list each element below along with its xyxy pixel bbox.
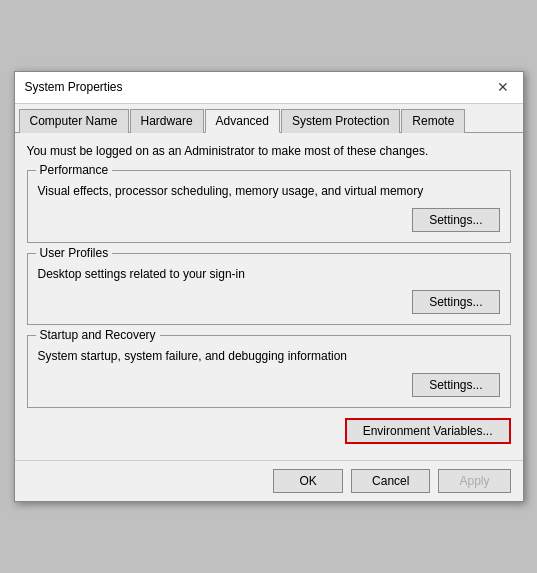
- window-title: System Properties: [25, 80, 123, 94]
- user-profiles-description: Desktop settings related to your sign-in: [38, 266, 500, 283]
- system-properties-window: System Properties ✕ Computer Name Hardwa…: [14, 71, 524, 502]
- tab-remote[interactable]: Remote: [401, 109, 465, 133]
- tab-hardware[interactable]: Hardware: [130, 109, 204, 133]
- performance-group-title: Performance: [36, 163, 113, 177]
- user-profiles-footer: Settings...: [38, 290, 500, 314]
- user-profiles-group: User Profiles Desktop settings related t…: [27, 253, 511, 326]
- performance-footer: Settings...: [38, 208, 500, 232]
- user-profiles-group-title: User Profiles: [36, 246, 113, 260]
- tab-bar: Computer Name Hardware Advanced System P…: [15, 104, 523, 133]
- user-profiles-settings-button[interactable]: Settings...: [412, 290, 499, 314]
- ok-button[interactable]: OK: [273, 469, 343, 493]
- performance-group: Performance Visual effects, processor sc…: [27, 170, 511, 243]
- tab-content: You must be logged on as an Administrato…: [15, 133, 523, 460]
- startup-recovery-settings-button[interactable]: Settings...: [412, 373, 499, 397]
- close-button[interactable]: ✕: [493, 77, 513, 97]
- tab-system-protection[interactable]: System Protection: [281, 109, 400, 133]
- cancel-button[interactable]: Cancel: [351, 469, 430, 493]
- title-bar: System Properties ✕: [15, 72, 523, 104]
- environment-variables-button[interactable]: Environment Variables...: [345, 418, 511, 444]
- performance-description: Visual effects, processor scheduling, me…: [38, 183, 500, 200]
- dialog-footer: OK Cancel Apply: [15, 460, 523, 501]
- tab-advanced[interactable]: Advanced: [205, 109, 280, 133]
- tab-computer-name[interactable]: Computer Name: [19, 109, 129, 133]
- admin-notice: You must be logged on as an Administrato…: [27, 143, 511, 160]
- startup-recovery-group-title: Startup and Recovery: [36, 328, 160, 342]
- env-variables-section: Environment Variables...: [27, 418, 511, 444]
- startup-recovery-footer: Settings...: [38, 373, 500, 397]
- performance-settings-button[interactable]: Settings...: [412, 208, 499, 232]
- apply-button[interactable]: Apply: [438, 469, 510, 493]
- startup-recovery-group: Startup and Recovery System startup, sys…: [27, 335, 511, 408]
- startup-recovery-description: System startup, system failure, and debu…: [38, 348, 500, 365]
